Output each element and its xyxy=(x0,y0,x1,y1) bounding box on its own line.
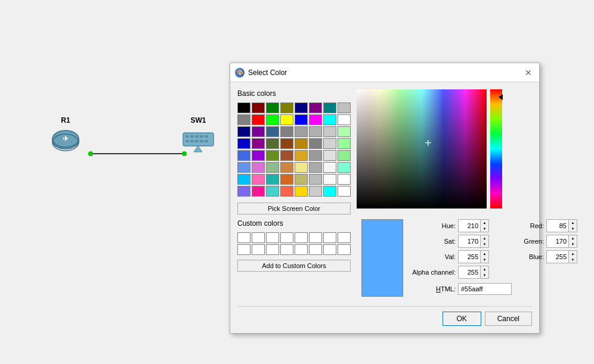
basic-color-swatch[interactable] xyxy=(338,138,351,149)
custom-color-swatch[interactable] xyxy=(252,244,265,255)
basic-color-swatch[interactable] xyxy=(266,138,279,149)
sat-up[interactable]: ▲ xyxy=(480,235,488,241)
basic-color-swatch[interactable] xyxy=(280,138,293,149)
basic-color-swatch[interactable] xyxy=(280,174,293,185)
basic-color-swatch[interactable] xyxy=(309,174,322,185)
red-down[interactable]: ▼ xyxy=(568,226,577,232)
basic-color-swatch[interactable] xyxy=(323,174,336,185)
basic-color-swatch[interactable] xyxy=(237,114,250,125)
custom-color-swatch[interactable] xyxy=(309,232,322,243)
basic-color-swatch[interactable] xyxy=(237,138,250,149)
custom-color-swatch[interactable] xyxy=(295,232,308,243)
custom-color-swatch[interactable] xyxy=(266,232,279,243)
custom-color-swatch[interactable] xyxy=(323,244,336,255)
basic-color-swatch[interactable] xyxy=(252,114,265,125)
basic-color-swatch[interactable] xyxy=(295,138,308,149)
custom-color-swatch[interactable] xyxy=(266,244,279,255)
basic-color-swatch[interactable] xyxy=(338,174,351,185)
basic-color-swatch[interactable] xyxy=(266,114,279,125)
basic-color-swatch[interactable] xyxy=(237,126,250,137)
red-input-group[interactable]: ▲ ▼ xyxy=(546,219,577,232)
basic-color-swatch[interactable] xyxy=(323,114,336,125)
basic-color-swatch[interactable] xyxy=(266,174,279,185)
custom-color-swatch[interactable] xyxy=(295,244,308,255)
green-input-group[interactable]: ▲ ▼ xyxy=(546,235,577,248)
basic-color-swatch[interactable] xyxy=(252,126,265,137)
red-input[interactable] xyxy=(547,220,568,232)
basic-color-swatch[interactable] xyxy=(237,102,250,113)
basic-color-swatch[interactable] xyxy=(237,150,250,161)
basic-color-swatch[interactable] xyxy=(252,150,265,161)
basic-color-swatch[interactable] xyxy=(323,162,336,173)
red-up[interactable]: ▲ xyxy=(568,220,577,226)
basic-color-swatch[interactable] xyxy=(237,174,250,185)
color-spectrum-container[interactable]: + xyxy=(357,89,487,209)
sat-input[interactable] xyxy=(459,235,480,247)
basic-color-swatch[interactable] xyxy=(338,126,351,137)
alpha-up[interactable]: ▲ xyxy=(480,266,488,272)
basic-color-swatch[interactable] xyxy=(252,138,265,149)
basic-color-swatch[interactable] xyxy=(338,162,351,173)
sat-down[interactable]: ▼ xyxy=(480,241,488,247)
basic-color-swatch[interactable] xyxy=(323,186,336,197)
basic-color-swatch[interactable] xyxy=(309,162,322,173)
val-input[interactable] xyxy=(459,251,480,263)
basic-color-swatch[interactable] xyxy=(280,162,293,173)
custom-color-swatch[interactable] xyxy=(237,244,250,255)
custom-color-swatch[interactable] xyxy=(338,244,351,255)
basic-color-swatch[interactable] xyxy=(295,102,308,113)
basic-color-swatch[interactable] xyxy=(295,150,308,161)
cancel-button[interactable]: Cancel xyxy=(485,312,532,326)
basic-color-swatch[interactable] xyxy=(309,150,322,161)
alpha-down[interactable]: ▼ xyxy=(480,272,488,278)
custom-color-swatch[interactable] xyxy=(309,244,322,255)
dialog-close-button[interactable]: ✕ xyxy=(522,67,534,79)
blue-input-group[interactable]: ▲ ▼ xyxy=(546,250,577,263)
sat-input-group[interactable]: ▲ ▼ xyxy=(458,235,489,248)
basic-color-swatch[interactable] xyxy=(266,102,279,113)
val-down[interactable]: ▼ xyxy=(480,257,488,263)
basic-color-swatch[interactable] xyxy=(266,150,279,161)
basic-color-swatch[interactable] xyxy=(237,162,250,173)
ok-button[interactable]: OK xyxy=(443,312,481,326)
basic-color-swatch[interactable] xyxy=(252,162,265,173)
basic-color-swatch[interactable] xyxy=(295,114,308,125)
basic-color-swatch[interactable] xyxy=(280,114,293,125)
basic-color-swatch[interactable] xyxy=(309,138,322,149)
green-down[interactable]: ▼ xyxy=(568,241,577,247)
basic-color-swatch[interactable] xyxy=(323,126,336,137)
basic-color-swatch[interactable] xyxy=(266,162,279,173)
blue-down[interactable]: ▼ xyxy=(568,257,577,263)
basic-color-swatch[interactable] xyxy=(295,162,308,173)
hue-slider-container[interactable] xyxy=(490,89,502,209)
basic-color-swatch[interactable] xyxy=(280,102,293,113)
basic-color-swatch[interactable] xyxy=(295,186,308,197)
basic-color-swatch[interactable] xyxy=(295,126,308,137)
custom-color-swatch[interactable] xyxy=(237,232,250,243)
val-up[interactable]: ▲ xyxy=(480,251,488,257)
hue-up[interactable]: ▲ xyxy=(480,220,488,226)
hue-down[interactable]: ▼ xyxy=(480,226,488,232)
green-up[interactable]: ▲ xyxy=(568,235,577,241)
basic-color-swatch[interactable] xyxy=(252,186,265,197)
basic-color-swatch[interactable] xyxy=(252,102,265,113)
green-input[interactable] xyxy=(547,235,568,247)
blue-input[interactable] xyxy=(547,251,568,263)
basic-color-swatch[interactable] xyxy=(280,126,293,137)
basic-color-swatch[interactable] xyxy=(266,126,279,137)
custom-color-swatch[interactable] xyxy=(338,232,351,243)
custom-color-swatch[interactable] xyxy=(280,244,293,255)
add-to-custom-button[interactable]: Add to Custom Colors xyxy=(237,260,351,272)
basic-color-swatch[interactable] xyxy=(323,150,336,161)
basic-color-swatch[interactable] xyxy=(252,174,265,185)
basic-color-swatch[interactable] xyxy=(237,186,250,197)
basic-color-swatch[interactable] xyxy=(266,186,279,197)
basic-color-swatch[interactable] xyxy=(280,186,293,197)
hue-input-group[interactable]: ▲ ▼ xyxy=(458,219,489,232)
basic-color-swatch[interactable] xyxy=(338,150,351,161)
custom-color-swatch[interactable] xyxy=(252,232,265,243)
basic-color-swatch[interactable] xyxy=(323,102,336,113)
val-input-group[interactable]: ▲ ▼ xyxy=(458,250,489,263)
custom-color-swatch[interactable] xyxy=(323,232,336,243)
blue-up[interactable]: ▲ xyxy=(568,251,577,257)
